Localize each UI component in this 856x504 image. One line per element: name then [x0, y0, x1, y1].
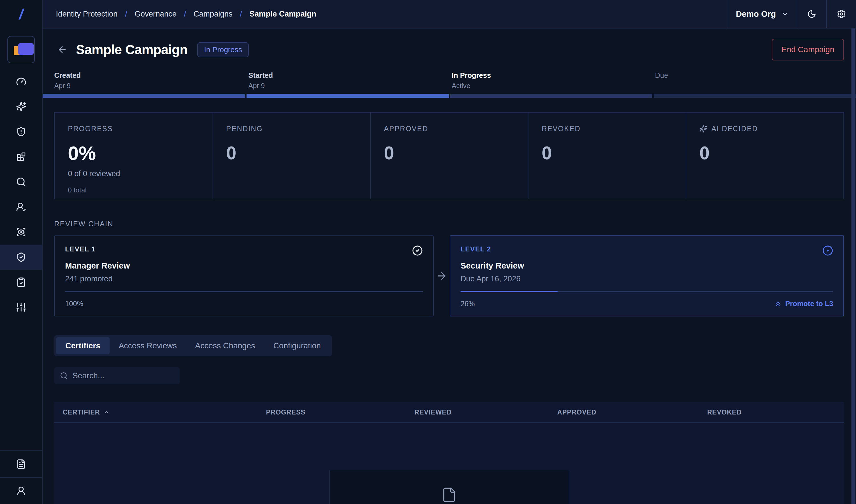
sidebar-nav: [0, 69, 42, 320]
search-icon: [60, 372, 68, 380]
certifiers-table: CERTIFIER PROGRESS REVIEWED APPROVED REV…: [54, 402, 844, 504]
column-header-revoked[interactable]: REVOKED: [707, 409, 836, 416]
sparkles-icon: [699, 125, 707, 133]
level-2-meta: Due Apr 16, 2026: [461, 274, 833, 283]
sidebar: /: [0, 0, 43, 504]
level-1-progress-fill: [65, 291, 423, 292]
tab-certifiers[interactable]: Certifiers: [56, 337, 109, 354]
timeline-stage-in-progress: In Progress Active: [449, 71, 653, 90]
blocks-icon: [16, 152, 26, 162]
level-1-progress-track: [65, 291, 423, 292]
level-1-progress-label: 100%: [65, 300, 83, 308]
sparkles-icon: [16, 102, 26, 112]
breadcrumb-governance[interactable]: Governance: [135, 10, 177, 19]
sliders-icon: [16, 302, 26, 312]
end-campaign-button[interactable]: End Campaign: [772, 39, 844, 60]
column-header-reviewed[interactable]: REVIEWED: [414, 409, 557, 416]
timeline-stage-started: Started Apr 9: [246, 71, 450, 90]
search-box[interactable]: [54, 367, 180, 384]
org-switcher[interactable]: Demo Org: [727, 0, 797, 28]
tab-configuration[interactable]: Configuration: [264, 337, 330, 354]
review-level-1-card[interactable]: LEVEL 1 Manager Review 241 promoted 100%: [54, 235, 434, 317]
level-1-name: Manager Review: [65, 261, 423, 271]
breadcrumb-campaigns[interactable]: Campaigns: [193, 10, 233, 19]
vertical-scrollbar[interactable]: [852, 29, 856, 504]
brand-slash-logo[interactable]: /: [0, 0, 42, 29]
breadcrumb-separator: /: [240, 10, 242, 19]
stat-card-pending: PENDING 0: [212, 113, 370, 199]
scrollbar-thumb[interactable]: [852, 29, 855, 504]
campaign-timeline: Created Apr 9 Started Apr 9 In Progress …: [43, 71, 856, 98]
breadcrumb: Identity Protection / Governance / Campa…: [43, 0, 316, 28]
tab-access-reviews[interactable]: Access Reviews: [109, 337, 186, 354]
stat-card-approved: APPROVED 0: [370, 113, 528, 199]
timeline-stage-created: Created Apr 9: [43, 71, 246, 90]
sidebar-item-dashboard[interactable]: [0, 69, 42, 94]
sidebar-item-threats[interactable]: [0, 119, 42, 144]
user-icon: [16, 486, 26, 496]
sidebar-item-docs[interactable]: [0, 450, 42, 477]
status-badge: In Progress: [197, 42, 249, 57]
back-button[interactable]: [56, 43, 68, 56]
column-header-certifier[interactable]: CERTIFIER: [63, 409, 266, 416]
search-input[interactable]: [72, 371, 174, 380]
timeline-segment-in-progress: [450, 94, 653, 98]
level-2-name: Security Review: [461, 261, 833, 271]
breadcrumb-current-page: Sample Campaign: [250, 10, 316, 19]
sidebar-item-tasks[interactable]: [0, 270, 42, 295]
user-check-icon: [16, 202, 26, 212]
table-header: CERTIFIER PROGRESS REVIEWED APPROVED REV…: [54, 402, 844, 423]
breadcrumb-separator: /: [184, 10, 186, 19]
clipboard-check-icon: [16, 277, 26, 287]
timeline-progress-bar: [43, 94, 856, 98]
org-logo[interactable]: [7, 36, 35, 63]
breadcrumb-separator: /: [125, 10, 127, 19]
sort-chevron-up-icon: [103, 409, 109, 415]
level-2-progress-fill: [461, 291, 558, 292]
page-title: Sample Campaign: [76, 42, 187, 57]
empty-state-card: No data There is no data to display: [329, 470, 569, 504]
sidebar-item-settings-sliders[interactable]: [0, 295, 42, 320]
chevron-down-icon: [781, 10, 789, 18]
theme-toggle-button[interactable]: [797, 0, 826, 28]
org-logo-purple-shape: [18, 43, 34, 55]
review-level-2-card[interactable]: LEVEL 2 Security Review Due Apr 16, 2026…: [450, 235, 844, 317]
column-header-approved[interactable]: APPROVED: [557, 409, 707, 416]
sidebar-item-ai[interactable]: [0, 94, 42, 119]
file-icon: [329, 487, 569, 503]
review-chain: LEVEL 1 Manager Review 241 promoted 100%…: [54, 235, 844, 317]
timeline-stage-due: Due: [653, 71, 856, 90]
sidebar-item-search[interactable]: [0, 169, 42, 194]
level-2-progress-label: 26%: [461, 300, 475, 308]
moon-icon: [807, 10, 816, 19]
timeline-segment-created: [43, 94, 245, 98]
level-1-label: LEVEL 1: [65, 245, 96, 253]
level-2-progress-track: [461, 291, 833, 292]
breadcrumb-identity-protection[interactable]: Identity Protection: [56, 10, 118, 19]
sidebar-bottom: [0, 450, 42, 504]
timeline-labels: Created Apr 9 Started Apr 9 In Progress …: [43, 71, 856, 90]
sidebar-item-profile[interactable]: [0, 477, 42, 504]
arrow-left-icon: [57, 44, 67, 55]
campaign-page: Sample Campaign In Progress End Campaign…: [43, 29, 856, 504]
timeline-segment-started: [246, 94, 449, 98]
sidebar-item-governance[interactable]: [0, 245, 42, 270]
stats-row: PROGRESS 0% 0 of 0 reviewed 0 total PEND…: [54, 112, 844, 199]
sidebar-item-identities[interactable]: [0, 194, 42, 219]
tab-access-changes[interactable]: Access Changes: [186, 337, 264, 354]
promote-to-l3-button[interactable]: Promote to L3: [774, 300, 833, 308]
circle-check-icon: [412, 245, 423, 256]
chevrons-up-icon: [774, 300, 782, 308]
search-icon: [16, 177, 26, 187]
column-header-progress[interactable]: PROGRESS: [266, 409, 414, 416]
topbar-actions: Demo Org: [727, 0, 856, 28]
shield-alert-icon: [16, 127, 26, 137]
main-area: Identity Protection / Governance / Campa…: [43, 0, 856, 504]
tab-list: Certifiers Access Reviews Access Changes…: [54, 335, 332, 356]
file-text-icon: [16, 459, 26, 469]
level-2-label: LEVEL 2: [461, 245, 491, 253]
sidebar-item-monitoring[interactable]: [0, 219, 42, 245]
settings-button[interactable]: [826, 0, 856, 28]
sidebar-item-apps[interactable]: [0, 144, 42, 169]
circle-dot-icon: [822, 245, 833, 256]
